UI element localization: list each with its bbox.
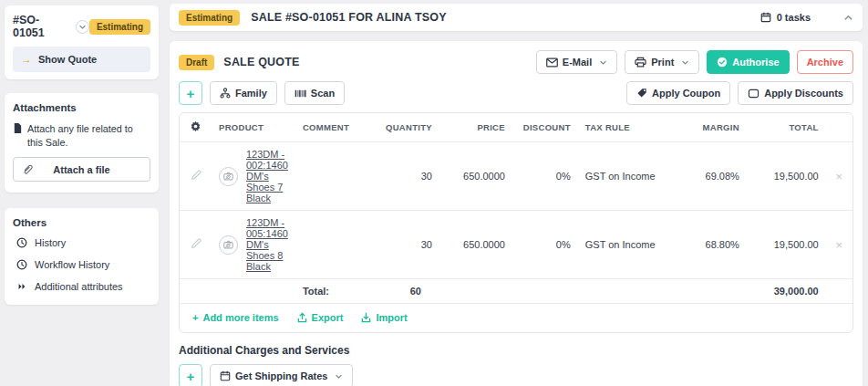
printer-icon <box>635 57 646 68</box>
apply-coupon-button[interactable]: Apply Coupon <box>626 81 730 105</box>
draft-badge: Draft <box>179 55 214 70</box>
product-price[interactable]: 650.0000 <box>439 211 512 279</box>
discount-tag-icon <box>748 89 760 99</box>
product-link[interactable]: 123DM - 005:1460 DM's Shoes 8 Black <box>246 217 288 272</box>
total-quantity: 60 <box>373 279 439 304</box>
others-card: Others History Workflow History Addition… <box>5 208 159 305</box>
email-button[interactable]: E-Mail <box>536 50 617 74</box>
products-total-row: Total: 60 39,000.00 <box>180 279 852 304</box>
product-row: 123DM - 005:1460 DM's Shoes 8 Black 30 6… <box>180 211 852 279</box>
calendar-icon <box>760 12 771 23</box>
email-label: E-Mail <box>563 57 592 68</box>
chevron-down-icon <box>335 372 343 381</box>
page-title: SALE #SO-01051 FOR ALINA TSOY <box>251 11 447 24</box>
col-price: PRICE <box>439 113 512 142</box>
import-link[interactable]: Import <box>361 312 407 323</box>
print-label: Print <box>651 57 674 68</box>
col-product: PRODUCT <box>212 113 295 142</box>
apply-discounts-label: Apply Discounts <box>764 88 843 99</box>
sale-quote-card: Draft SALE QUOTE E-Mail Print <box>170 41 863 386</box>
product-margin: 68.80% <box>668 211 747 279</box>
col-quantity: QUANTITY <box>373 113 439 142</box>
chevron-down-icon <box>681 58 689 67</box>
apply-discounts-button[interactable]: Apply Discounts <box>738 81 853 105</box>
remove-row-icon[interactable]: × <box>826 211 852 279</box>
envelope-icon <box>546 57 558 68</box>
chevron-down-icon <box>599 58 607 67</box>
sidebar: #SO-01051 Estimating → Show Quote Attach… <box>0 0 164 386</box>
edit-pencil-icon[interactable] <box>191 238 202 249</box>
product-quantity[interactable]: 30 <box>373 142 439 211</box>
sidebar-item-history[interactable]: History <box>16 237 150 248</box>
show-quote-link[interactable]: → Show Quote <box>13 47 150 72</box>
paperclip-icon <box>22 163 33 176</box>
export-link[interactable]: Export <box>297 312 344 323</box>
product-tax-rule[interactable]: GST on Income <box>578 142 668 211</box>
show-quote-label: Show Quote <box>38 54 97 65</box>
plus-icon: + <box>187 369 195 384</box>
product-tax-rule[interactable]: GST on Income <box>578 211 668 279</box>
others-title: Others <box>13 217 150 228</box>
additional-charges-title: Additional Charges and Services <box>179 344 853 357</box>
product-margin: 69.08% <box>668 142 747 211</box>
family-label: Family <box>235 88 267 99</box>
product-comment[interactable] <box>295 211 373 279</box>
chevron-up-icon[interactable] <box>843 13 853 23</box>
product-image-placeholder-icon <box>219 167 238 186</box>
archive-label: Archive <box>807 57 843 68</box>
sidebar-item-additional-attributes[interactable]: Additional attributes <box>16 281 150 292</box>
order-dropdown-toggle[interactable] <box>76 20 89 34</box>
total-label: Total: <box>295 279 373 304</box>
sale-quote-title: SALE QUOTE <box>223 56 299 68</box>
status-badge: Estimating <box>179 10 240 26</box>
attach-file-button[interactable]: Attach a file <box>13 157 150 182</box>
scan-label: Scan <box>311 88 335 99</box>
plus-icon: + <box>192 312 198 323</box>
plus-icon: + <box>187 86 195 101</box>
product-discount[interactable]: 0% <box>512 211 578 279</box>
file-icon <box>13 122 23 134</box>
product-row: 123DM - 002:1460 DM's Shoes 7 Black 30 6… <box>180 142 852 211</box>
double-chevron-right-icon <box>16 281 27 292</box>
order-id: #SO-01051 <box>13 14 71 39</box>
add-product-button[interactable]: + <box>179 81 202 105</box>
family-button[interactable]: Family <box>210 81 277 105</box>
tasks-count[interactable]: 0 tasks <box>777 12 811 23</box>
attach-file-label: Attach a file <box>53 164 109 175</box>
barcode-icon <box>294 89 306 99</box>
clock-icon <box>16 237 27 248</box>
scan-button[interactable]: Scan <box>284 81 345 105</box>
edit-pencil-icon[interactable] <box>191 170 202 181</box>
authorise-label: Authorise <box>732 57 779 68</box>
main-panel: Estimating SALE #SO-01051 FOR ALINA TSOY… <box>164 0 868 386</box>
workflow-history-label: Workflow History <box>35 259 109 270</box>
sitemap-icon <box>220 88 231 99</box>
chevron-down-icon <box>78 23 87 31</box>
total-amount: 39,000.00 <box>747 279 826 304</box>
check-circle-icon <box>717 57 728 68</box>
arrow-right-icon: → <box>21 53 32 66</box>
authorise-button[interactable]: Authorise <box>707 50 789 74</box>
attachments-card: Attachments Attach any file related to t… <box>5 93 159 193</box>
product-discount[interactable]: 0% <box>512 142 578 211</box>
col-discount: DISCOUNT <box>512 113 578 142</box>
add-charge-button[interactable]: + <box>179 364 202 386</box>
add-more-items-link[interactable]: + Add more items <box>192 312 279 323</box>
product-link[interactable]: 123DM - 002:1460 DM's Shoes 7 Black <box>246 149 288 203</box>
print-button[interactable]: Print <box>625 50 699 74</box>
product-price[interactable]: 650.0000 <box>439 142 512 211</box>
get-shipping-rates-button[interactable]: Get Shipping Rates <box>210 364 353 386</box>
product-comment[interactable] <box>295 142 373 211</box>
order-summary-card: #SO-01051 Estimating → Show Quote <box>5 5 159 79</box>
additional-attributes-label: Additional attributes <box>35 281 123 292</box>
archive-button[interactable]: Archive <box>797 50 853 74</box>
product-image-placeholder-icon <box>219 235 238 255</box>
sidebar-item-workflow-history[interactable]: Workflow History <box>16 259 150 270</box>
columns-settings-icon[interactable] <box>190 120 202 132</box>
page-header: Estimating SALE #SO-01051 FOR ALINA TSOY… <box>170 4 863 31</box>
attachments-title: Attachments <box>13 102 150 113</box>
remove-row-icon[interactable]: × <box>826 142 852 211</box>
product-total: 19,500.00 <box>747 211 826 279</box>
product-quantity[interactable]: 30 <box>373 211 439 279</box>
status-badge: Estimating <box>89 19 150 35</box>
